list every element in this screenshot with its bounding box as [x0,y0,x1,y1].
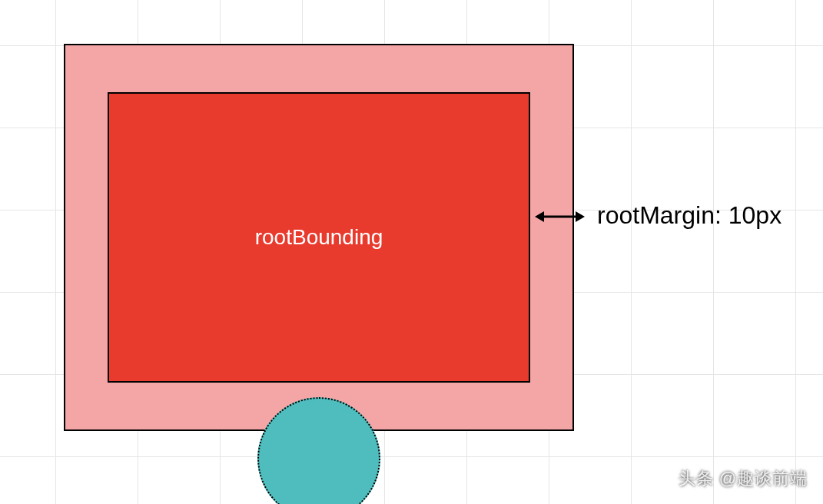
margin-arrow [535,206,585,227]
double-arrow-icon [535,206,585,227]
watermark-text: 头条 @趣谈前端 [679,467,808,490]
root-bounding-box: rootBounding [108,92,530,383]
root-bounding-label: rootBounding [255,225,383,250]
svg-marker-1 [535,211,544,222]
root-margin-label: rootMargin: 10px [597,201,782,230]
svg-marker-2 [576,211,585,222]
